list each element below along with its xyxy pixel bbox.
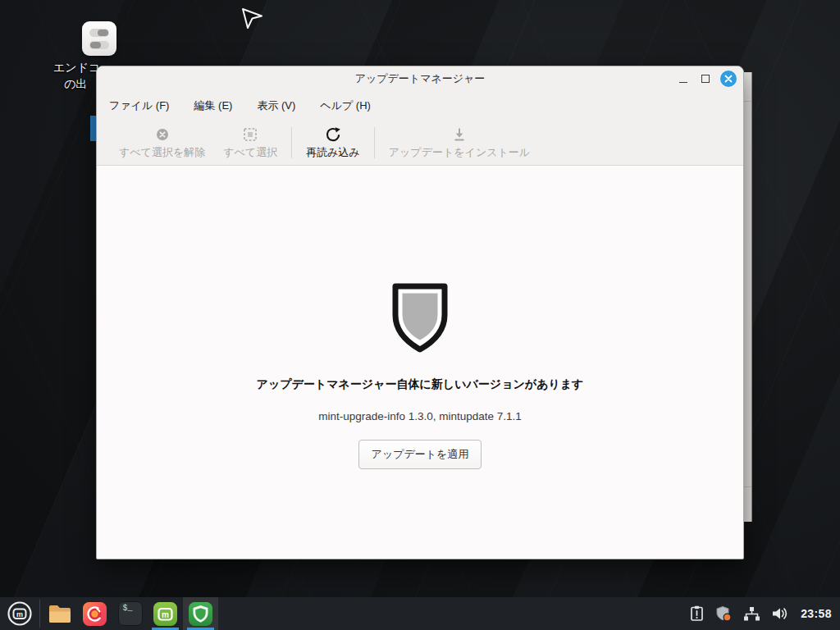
select-all-button[interactable]: すべて選択 xyxy=(214,126,286,160)
refresh-icon xyxy=(325,126,341,143)
toolbar-separator xyxy=(374,127,375,158)
taskbar-update-manager-button[interactable] xyxy=(183,597,218,630)
volume-tray-icon[interactable] xyxy=(771,606,788,621)
background-window-edge[interactable] xyxy=(743,72,752,522)
taskbar-welcome-button[interactable]: m xyxy=(148,597,183,630)
clear-selection-button[interactable]: すべて選択を解除 xyxy=(110,126,214,160)
taskbar-terminal-button[interactable]: $_ xyxy=(112,597,148,630)
apply-update-button[interactable]: アップデートを適用 xyxy=(358,440,482,469)
desktop-icon-label: エンドコ xyxy=(53,61,100,75)
background-window-fragment xyxy=(90,116,96,141)
toggle-switch-icon xyxy=(89,29,109,37)
maximize-button[interactable] xyxy=(698,71,713,86)
desktop-icon-label: の出 xyxy=(64,77,87,92)
titlebar[interactable]: アップデートマネージャー xyxy=(97,66,743,91)
menu-view[interactable]: 表示 (V) xyxy=(255,96,297,116)
menu-help[interactable]: ヘルプ (H) xyxy=(318,96,372,116)
network-tray-icon[interactable] xyxy=(743,606,760,622)
main-content: アップデートマネージャー自体に新しいバージョンがあります mint-upgrad… xyxy=(97,166,743,559)
update-manager-icon xyxy=(188,601,213,627)
clear-selection-icon xyxy=(154,126,171,143)
close-button[interactable] xyxy=(720,71,737,87)
toolbar: すべて選択を解除 すべて選択 再読み込み アップデートをインストール xyxy=(97,121,743,166)
refresh-label: 再読み込み xyxy=(306,145,360,160)
taskbar-firefox-button[interactable] xyxy=(77,597,112,630)
menu-edit[interactable]: 編集 (E) xyxy=(192,96,234,116)
menu-file[interactable]: ファイル (F) xyxy=(107,96,171,116)
select-all-label: すべて選択 xyxy=(223,145,277,160)
mint-welcome-icon: m xyxy=(153,601,178,627)
taskbar-files-button[interactable] xyxy=(42,597,77,630)
window-title: アップデートマネージャー xyxy=(97,71,743,86)
toolbar-separator xyxy=(291,127,292,158)
taskbar-separator xyxy=(39,600,40,628)
firefox-icon xyxy=(82,601,107,627)
install-updates-icon xyxy=(451,126,468,143)
select-all-icon xyxy=(242,126,258,143)
clipboard-alert-tray-icon[interactable] xyxy=(689,605,705,622)
folder-icon xyxy=(48,604,72,624)
mint-logo-icon: m xyxy=(7,600,33,627)
refresh-button[interactable]: 再読み込み xyxy=(297,126,369,160)
desktop-icon-settings[interactable] xyxy=(82,21,116,56)
install-updates-button[interactable]: アップデートをインストール xyxy=(380,126,539,160)
taskbar-clock[interactable]: 23:58 xyxy=(801,607,832,620)
svg-text:m: m xyxy=(162,610,169,619)
update-available-heading: アップデートマネージャー自体に新しいバージョンがあります xyxy=(257,377,584,392)
terminal-icon: $_ xyxy=(118,601,143,626)
mouse-cursor xyxy=(240,5,264,31)
shield-icon xyxy=(389,281,451,356)
update-shield-tray-icon[interactable] xyxy=(715,605,733,622)
version-info: mint-upgrade-info 1.3.0, mintupdate 7.1.… xyxy=(318,410,522,422)
svg-text:m: m xyxy=(16,610,23,619)
clear-selection-label: すべて選択を解除 xyxy=(119,145,205,160)
system-tray: 23:58 xyxy=(689,605,840,622)
minimize-button[interactable] xyxy=(676,71,691,86)
close-icon xyxy=(724,75,733,83)
menubar: ファイル (F) 編集 (E) 表示 (V) ヘルプ (H) xyxy=(97,91,743,121)
update-manager-window: アップデートマネージャー ファイル (F) 編集 (E) 表示 (V) ヘルプ … xyxy=(96,66,744,559)
install-updates-label: アップデートをインストール xyxy=(389,145,530,160)
taskbar: m $_ xyxy=(0,597,840,630)
toggle-switch-icon xyxy=(89,41,109,49)
mint-menu-button[interactable]: m xyxy=(0,597,39,630)
